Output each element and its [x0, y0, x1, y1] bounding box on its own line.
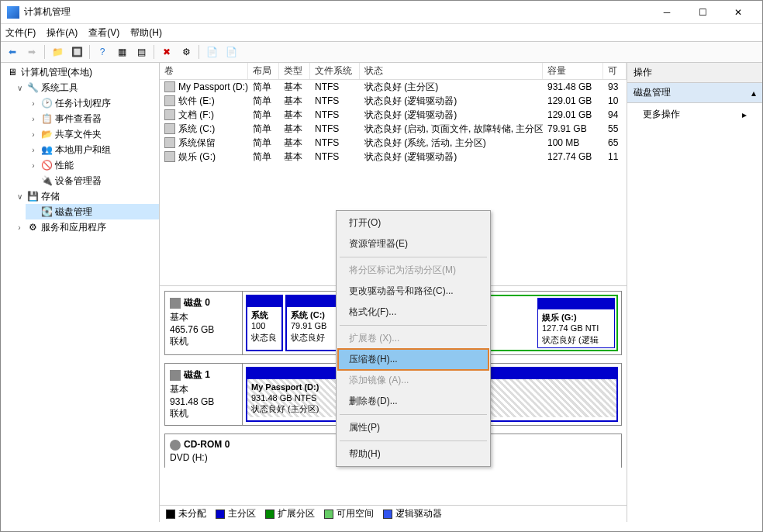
volume-layout: 简单	[248, 136, 279, 150]
extra2-button[interactable]: 📄	[223, 43, 240, 60]
col-status[interactable]: 状态	[360, 63, 543, 79]
volume-row[interactable]: 系统保留简单基本NTFS状态良好 (系统, 活动, 主分区)100 MB65	[160, 136, 627, 150]
context-menu: 打开(O) 资源管理器(E) 将分区标记为活动分区(M) 更改驱动器号和路径(C…	[336, 210, 491, 467]
volume-row[interactable]: 文档 (F:)简单基本NTFS状态良好 (逻辑驱动器)129.01 GB94	[160, 108, 627, 122]
volume-name: My Passport (D:)	[160, 81, 248, 93]
volume-row[interactable]: 系统 (C:)简单基本NTFS状态良好 (启动, 页面文件, 故障转储, 主分区…	[160, 122, 627, 136]
partition-g[interactable]: 娱乐 (G:)127.74 GB NTI状态良好 (逻辑	[537, 298, 615, 348]
volume-layout: 简单	[248, 150, 279, 164]
volume-status: 状态良好 (逻辑驱动器)	[360, 150, 543, 164]
volume-capacity: 129.01 GB	[543, 109, 603, 120]
volume-fs: NTFS	[310, 123, 360, 134]
view-button[interactable]: ▦	[113, 43, 130, 60]
share-icon: 📂	[40, 128, 53, 140]
disk-1-info: 磁盘 1 基本 931.48 GB 联机	[165, 364, 243, 425]
back-button[interactable]: ⬅	[4, 43, 21, 60]
app-icon	[7, 6, 19, 19]
refresh-button[interactable]: ✖	[158, 43, 175, 60]
partition-header	[287, 296, 341, 307]
disk-icon	[170, 370, 181, 381]
tree-device-manager[interactable]: 🔌设备管理器	[26, 173, 159, 188]
legend-unallocated-swatch	[166, 510, 175, 519]
tools-icon: 🔧	[26, 81, 39, 94]
volume-name: 软件 (E:)	[160, 95, 248, 108]
volume-available: 65	[603, 137, 627, 148]
help-button[interactable]: ?	[94, 43, 111, 60]
ctx-properties[interactable]: 属性(P)	[338, 417, 489, 438]
extra1-button[interactable]: 📄	[203, 43, 220, 60]
collapse-icon: ▴	[751, 88, 756, 98]
volume-type: 基本	[279, 109, 310, 122]
list-button[interactable]: ▤	[133, 43, 150, 60]
ctx-format[interactable]: 格式化(F)...	[338, 302, 489, 323]
tree-system-tools[interactable]: ∨🔧系统工具	[12, 80, 159, 95]
actions-pane: 操作 磁盘管理▴ 更多操作▸	[627, 63, 762, 522]
ctx-mark-active: 将分区标记为活动分区(M)	[338, 260, 489, 281]
volume-status: 状态良好 (系统, 活动, 主分区)	[360, 136, 543, 150]
tree-task-scheduler[interactable]: ›🕑任务计划程序	[26, 95, 159, 111]
col-volume[interactable]: 卷	[160, 63, 248, 79]
clock-icon: 🕑	[40, 97, 53, 109]
computer-icon: 🖥	[6, 66, 19, 78]
nav-tree[interactable]: 🖥计算机管理(本地) ∨🔧系统工具 ›🕑任务计划程序 ›📋事件查看器 ›📂共享文…	[1, 63, 160, 522]
settings-button[interactable]: ⚙	[178, 43, 195, 60]
col-available[interactable]: 可	[603, 63, 627, 79]
volume-capacity: 129.01 GB	[543, 95, 603, 106]
up-button[interactable]: 📁	[49, 43, 66, 60]
titlebar: 计算机管理 ─ ☐ ✕	[1, 1, 762, 24]
actions-more[interactable]: 更多操作▸	[627, 103, 762, 126]
volume-type: 基本	[279, 81, 310, 94]
legend-free-swatch	[324, 510, 333, 519]
menubar: 文件(F) 操作(A) 查看(V) 帮助(H)	[1, 24, 762, 41]
minimize-button[interactable]: ─	[649, 1, 685, 24]
volume-row[interactable]: My Passport (D:)简单基本NTFS状态良好 (主分区)931.48…	[160, 80, 627, 94]
col-filesystem[interactable]: 文件系统	[310, 63, 360, 79]
menu-file[interactable]: 文件(F)	[5, 26, 36, 40]
col-type[interactable]: 类型	[279, 63, 310, 79]
ctx-separator	[340, 257, 487, 257]
partition-c[interactable]: 系统 (C:)79.91 GB状态良好	[285, 295, 343, 351]
volume-row[interactable]: 软件 (E:)简单基本NTFS状态良好 (逻辑驱动器)129.01 GB10	[160, 94, 627, 108]
close-button[interactable]: ✕	[720, 1, 756, 24]
col-capacity[interactable]: 容量	[543, 63, 603, 79]
volume-capacity: 79.91 GB	[543, 123, 603, 134]
volume-type: 基本	[279, 150, 310, 164]
services-icon: ⚙	[26, 221, 39, 233]
tree-services-apps[interactable]: ›⚙服务和应用程序	[12, 219, 159, 235]
maximize-button[interactable]: ☐	[685, 1, 720, 24]
volume-available: 11	[603, 151, 627, 162]
storage-icon: 💾	[26, 190, 39, 202]
device-icon: 🔌	[40, 174, 53, 187]
tree-storage[interactable]: ∨💾存储	[12, 188, 159, 204]
partition-system-reserved[interactable]: 系统100状态良	[246, 295, 283, 351]
tree-event-viewer[interactable]: ›📋事件查看器	[26, 111, 159, 126]
tree-local-users[interactable]: ›👥本地用户和组	[26, 142, 159, 157]
menu-view[interactable]: 查看(V)	[88, 26, 119, 40]
show-hide-button[interactable]: 🔲	[68, 43, 85, 60]
volume-capacity: 127.74 GB	[543, 151, 603, 162]
tree-disk-management[interactable]: 💽磁盘管理	[26, 204, 159, 219]
actions-group-diskmgmt[interactable]: 磁盘管理▴	[627, 83, 762, 103]
ctx-change-letter[interactable]: 更改驱动器号和路径(C)...	[338, 281, 489, 302]
ctx-shrink[interactable]: 压缩卷(H)...	[338, 349, 489, 370]
ctx-delete[interactable]: 删除卷(D)...	[338, 391, 489, 412]
ctx-explorer[interactable]: 资源管理器(E)	[338, 233, 489, 254]
event-icon: 📋	[40, 112, 53, 125]
tree-root[interactable]: 🖥计算机管理(本地)	[1, 64, 159, 80]
volume-row[interactable]: 娱乐 (G:)简单基本NTFS状态良好 (逻辑驱动器)127.74 GB11	[160, 150, 627, 164]
ctx-help[interactable]: 帮助(H)	[338, 444, 489, 465]
partition-header	[247, 296, 281, 307]
volume-layout: 简单	[248, 95, 279, 108]
forward-button[interactable]: ➡	[23, 43, 40, 60]
volume-available: 55	[603, 123, 627, 134]
tree-shared-folders[interactable]: ›📂共享文件夹	[26, 126, 159, 142]
volume-type: 基本	[279, 123, 310, 136]
menu-help[interactable]: 帮助(H)	[130, 26, 162, 40]
ctx-separator	[340, 325, 487, 326]
users-icon: 👥	[40, 143, 53, 156]
volume-capacity: 931.48 GB	[543, 81, 603, 92]
tree-performance[interactable]: ›🚫性能	[26, 157, 159, 173]
menu-action[interactable]: 操作(A)	[47, 26, 78, 40]
ctx-open[interactable]: 打开(O)	[338, 212, 489, 233]
col-layout[interactable]: 布局	[248, 63, 279, 79]
